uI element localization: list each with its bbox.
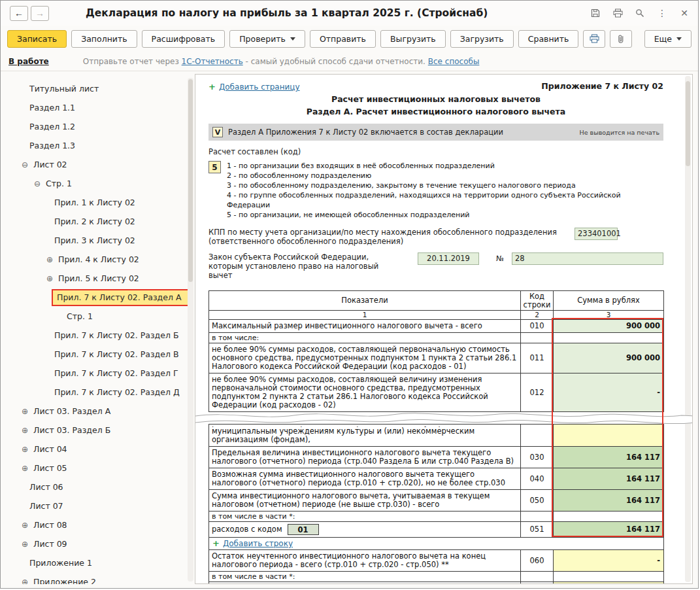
sidebar-item[interactable]: ⊕Лист 09 <box>11 534 186 553</box>
expand-icon[interactable]: ⊕ <box>22 407 33 416</box>
column-header: Код строки <box>521 291 554 311</box>
sidebar-item[interactable]: Приложение 1 <box>11 553 186 572</box>
row-value-field[interactable]: 164 117 <box>554 522 664 538</box>
sidebar-item[interactable]: Раздел 1.3 <box>11 136 186 155</box>
sidebar-item[interactable]: Стр. 1 <box>11 307 186 326</box>
include-section-bar: V Раздел А Приложения 7 к Листу 02 включ… <box>208 124 663 141</box>
expand-icon[interactable]: ⊕ <box>22 464 33 473</box>
sidebar-item-label: Раздел 1.1 <box>29 103 75 113</box>
subheader-text: в том числе: <box>209 333 521 343</box>
add-row-link[interactable]: Добавить строку <box>223 539 293 548</box>
export-button[interactable]: Выгрузить <box>380 30 446 48</box>
close-icon[interactable]: ✕ <box>678 7 690 19</box>
sidebar-item-label: Лист 03. Раздел Б <box>33 425 110 435</box>
sidebar-item[interactable]: ⊕Приложение 2 <box>11 572 186 584</box>
print-icon[interactable] <box>612 7 624 19</box>
sidebar-item-label: Лист 07 <box>29 501 63 511</box>
status-hint: Отправьте отчет через 1С-Отчетность - са… <box>83 57 480 66</box>
sidebar-item-label: Лист 08 <box>33 520 67 530</box>
sidebar-item[interactable]: Раздел 1.1 <box>11 98 186 117</box>
row-value-field[interactable]: 164 117 <box>554 447 664 468</box>
row-value-field[interactable]: 164 117 <box>554 468 664 490</box>
row-indicator-text: расходов с кодом01 <box>209 522 521 538</box>
sidebar-item[interactable]: Прил. 2 к Листу 02 <box>11 212 186 231</box>
row-value-field[interactable]: - <box>554 550 664 572</box>
sidebar-scrollbar[interactable] <box>188 78 193 581</box>
sidebar-item[interactable]: ⊕Прил. 5 к Листу 02 <box>11 269 186 288</box>
add-page-link[interactable]: +Добавить страницу <box>208 80 300 92</box>
decrypt-button[interactable]: Расшифровать <box>142 30 225 48</box>
appendix-corner-label: Приложение 7 к Листу 02 <box>541 81 663 91</box>
expand-icon[interactable]: ⊕ <box>22 578 33 585</box>
row-indicator-text: расходов с кодом <box>212 525 282 534</box>
expand-icon[interactable]: ⊕ <box>46 255 58 264</box>
compare-button[interactable]: Сравнить <box>518 30 579 48</box>
row-value-field[interactable]: 900 000 <box>554 343 664 373</box>
law-number-sign: № <box>496 254 504 263</box>
kpp-field[interactable]: 233401001 <box>575 228 618 240</box>
sidebar-item[interactable]: Прил. 3 к Листу 02 <box>11 231 186 250</box>
sidebar-item[interactable]: Прил. 7 к Листу 02. Раздел Б <box>11 326 186 345</box>
save-icon[interactable] <box>590 7 601 19</box>
sidebar-item[interactable]: ⊕Лист 05 <box>11 459 186 477</box>
1c-reporting-link[interactable]: 1С-Отчетность <box>182 57 243 66</box>
back-button[interactable]: ← <box>10 6 28 21</box>
more-icon[interactable]: ⋮ <box>656 7 668 19</box>
row-indicator-text: не более 90% суммы расходов, составляюще… <box>209 373 521 412</box>
expand-icon[interactable]: ⊕ <box>22 426 33 435</box>
collapse-icon[interactable]: ⊖ <box>22 160 33 169</box>
law-number-field[interactable]: 28 <box>512 252 663 265</box>
law-date-field[interactable]: 20.11.2019 <box>418 252 479 265</box>
row-value-field[interactable]: 900 000 <box>554 320 664 333</box>
legend-line: 5 - по организации, не имеющей обособлен… <box>227 210 663 220</box>
row-value-field[interactable]: - <box>554 582 664 585</box>
expand-icon[interactable]: ⊕ <box>22 521 33 530</box>
row-code <box>521 512 554 522</box>
expand-icon[interactable]: ⊕ <box>22 445 33 454</box>
sidebar-item[interactable]: Прил. 7 к Листу 02. Раздел В <box>11 345 186 364</box>
column-number: 1 <box>209 311 521 320</box>
collapse-icon[interactable]: ⊖ <box>34 179 46 188</box>
print-button[interactable] <box>583 30 605 48</box>
calc-code-field[interactable]: 5 <box>208 161 221 173</box>
sidebar-item[interactable]: ⊖Лист 02 <box>11 155 186 174</box>
sidebar-item[interactable]: Лист 06 <box>11 477 186 496</box>
sidebar-item[interactable]: ⊕Лист 03. Раздел А <box>11 402 186 421</box>
sidebar-item-label: Прил. 3 к Листу 02 <box>54 235 135 245</box>
sidebar-item[interactable]: Лист 07 <box>11 496 186 515</box>
row-value-field[interactable]: 164 117 <box>554 490 664 512</box>
row-value-field[interactable]: - <box>554 373 664 412</box>
sidebar-item[interactable]: ⊖Стр. 1 <box>11 174 186 193</box>
attachment-button[interactable] <box>610 30 632 48</box>
expand-icon[interactable]: ⊕ <box>46 274 58 283</box>
sidebar-item[interactable]: Раздел 1.2 <box>11 117 186 136</box>
check-button[interactable]: Проверить <box>229 30 305 48</box>
more-button[interactable]: Еще <box>644 30 692 48</box>
sidebar-item[interactable]: Прил. 7 к Листу 02. Раздел А <box>11 288 186 307</box>
sidebar-item[interactable]: Прил. 1 к Листу 02 <box>11 193 186 212</box>
write-button[interactable]: Записать <box>7 30 67 48</box>
expense-code-field[interactable]: 01 <box>288 524 319 535</box>
sidebar-item[interactable]: ⊕Лист 08 <box>11 515 186 534</box>
sidebar-item[interactable]: Прил. 7 к Листу 02. Раздел Д <box>11 383 186 402</box>
sidebar-item-label: Лист 05 <box>33 463 67 473</box>
send-button[interactable]: Отправить <box>310 30 376 48</box>
fill-button[interactable]: Заполнить <box>71 30 137 48</box>
forward-button[interactable]: → <box>31 6 49 21</box>
form-area: +Добавить страницу Приложение 7 к Листу … <box>195 74 693 584</box>
status-in-progress-link[interactable]: В работе <box>8 57 49 66</box>
sidebar-item[interactable]: ⊕Лист 03. Раздел Б <box>11 421 186 440</box>
all-methods-link[interactable]: Все способы <box>428 57 480 66</box>
sidebar-item[interactable]: ⊕Прил. 4 к Листу 02 <box>11 250 186 269</box>
include-section-checkbox[interactable]: V <box>212 127 223 137</box>
import-button[interactable]: Загрузить <box>450 30 514 48</box>
chevron-down-icon <box>676 37 682 41</box>
row-value-field <box>554 572 664 582</box>
main-scrollbar[interactable] <box>685 76 691 582</box>
find-icon[interactable] <box>634 7 646 19</box>
row-code: 030 <box>521 447 554 468</box>
sidebar-item[interactable]: Прил. 7 к Листу 02. Раздел Г <box>11 364 186 383</box>
sidebar-item[interactable]: ⊕Лист 04 <box>11 440 186 459</box>
sidebar-item[interactable]: Титульный лист <box>11 79 186 98</box>
expand-icon[interactable]: ⊕ <box>22 540 33 549</box>
